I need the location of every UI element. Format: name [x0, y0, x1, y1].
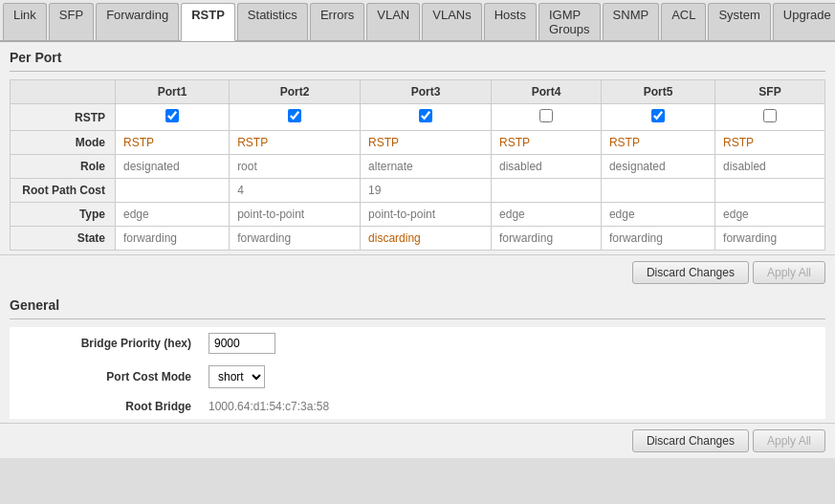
tab-statistics[interactable]: Statistics [237, 3, 308, 40]
per-port-section: Per Port Port1 Port2 Port3 Port4 Port5 S… [0, 42, 835, 254]
tab-upgrade[interactable]: Upgrade [773, 3, 835, 40]
per-port-table: Port1 Port2 Port3 Port4 Port5 SFP RSTP [10, 79, 825, 251]
type-port1: edge [116, 203, 230, 227]
apply-all-button-1[interactable]: Apply All [753, 261, 825, 284]
mode-port5: RSTP [601, 131, 714, 155]
tab-forwarding[interactable]: Forwarding [96, 3, 179, 40]
rstp-port5-cell [601, 104, 714, 131]
mode-port4: RSTP [492, 131, 602, 155]
bridge-priority-label: Bridge Priority (hex) [10, 327, 201, 360]
root-bridge-row: Root Bridge 1000.64:d1:54:c7:3a:58 [10, 394, 825, 419]
tab-errors[interactable]: Errors [310, 3, 364, 40]
col-header-port1: Port1 [116, 80, 230, 104]
type-port3: point-to-point [361, 203, 492, 227]
col-header-port3: Port3 [361, 80, 492, 104]
rstp-port4-cell [492, 104, 602, 131]
rootpathcost-sfp [715, 179, 825, 203]
table-row: Mode RSTP RSTP RSTP RSTP RSTP RSTP [11, 131, 825, 155]
tab-vlans[interactable]: VLANs [422, 3, 481, 40]
col-header-port2: Port2 [230, 80, 361, 104]
table-row: State forwarding forwarding discarding f… [11, 227, 825, 251]
rootpathcost-port3: 19 [361, 179, 492, 203]
tab-acl[interactable]: ACL [661, 3, 706, 40]
type-label: Type [11, 203, 116, 227]
bridge-priority-row: Bridge Priority (hex) [10, 327, 825, 360]
role-label: Role [11, 155, 116, 179]
rstp-port4-checkbox[interactable] [539, 109, 553, 122]
discard-changes-button-2[interactable]: Discard Changes [632, 429, 749, 452]
tab-system[interactable]: System [708, 3, 770, 40]
state-port3: discarding [361, 227, 492, 251]
col-header-sfp: SFP [715, 80, 825, 104]
mode-label: Mode [11, 131, 116, 155]
tab-hosts[interactable]: Hosts [484, 3, 537, 40]
rstp-port2-cell [230, 104, 361, 131]
role-port1: designated [116, 155, 230, 179]
rstp-port3-checkbox[interactable] [419, 109, 432, 122]
general-table: Bridge Priority (hex) Port Cost Mode sho… [10, 327, 825, 419]
type-port4: edge [492, 203, 602, 227]
role-port3: alternate [361, 155, 492, 179]
port-cost-mode-select[interactable]: short long [209, 365, 265, 388]
state-label: State [11, 227, 116, 251]
role-sfp: disabled [715, 155, 825, 179]
table-row: Root Path Cost 4 19 [11, 179, 825, 203]
role-port4: disabled [492, 155, 602, 179]
port-cost-mode-row: Port Cost Mode short long [10, 360, 825, 394]
tab-sfp[interactable]: SFP [49, 3, 94, 40]
main-content: Per Port Port1 Port2 Port3 Port4 Port5 S… [0, 42, 835, 458]
general-section: General Bridge Priority (hex) Port Cost … [0, 290, 835, 423]
general-title: General [10, 297, 825, 313]
rstp-sfp-cell [715, 104, 825, 131]
root-bridge-label: Root Bridge [10, 394, 201, 419]
type-port5: edge [601, 203, 714, 227]
type-sfp: edge [715, 203, 825, 227]
rstp-port2-checkbox[interactable] [288, 109, 301, 122]
per-port-title: Per Port [10, 50, 825, 65]
rootpathcost-port2: 4 [230, 179, 361, 203]
state-sfp: forwarding [715, 227, 825, 251]
col-header-empty [11, 80, 116, 104]
tab-bar: Link SFP Forwarding RSTP Statistics Erro… [0, 0, 835, 42]
table-row: RSTP [11, 104, 825, 131]
bridge-priority-value-cell [201, 327, 825, 360]
col-header-port4: Port4 [492, 80, 602, 104]
rstp-sfp-checkbox[interactable] [763, 109, 777, 122]
apply-all-button-2[interactable]: Apply All [753, 429, 825, 452]
mode-port1: RSTP [116, 131, 230, 155]
port-cost-mode-cell: short long [201, 360, 825, 394]
table-row: Role designated root alternate disabled … [11, 155, 825, 179]
role-port5: designated [601, 155, 714, 179]
rootpathcost-label: Root Path Cost [11, 179, 116, 203]
tab-link[interactable]: Link [3, 3, 47, 40]
tab-vlan[interactable]: VLAN [366, 3, 420, 40]
state-port5: forwarding [601, 227, 714, 251]
type-port2: point-to-point [230, 203, 361, 227]
tab-igmp-groups[interactable]: IGMP Groups [538, 3, 601, 40]
tab-rstp[interactable]: RSTP [181, 3, 235, 41]
rootpathcost-port4 [492, 179, 602, 203]
rstp-port1-checkbox[interactable] [165, 109, 179, 122]
table-row: Type edge point-to-point point-to-point … [11, 203, 825, 227]
rootpathcost-port5 [601, 179, 714, 203]
port-cost-mode-label: Port Cost Mode [10, 360, 201, 394]
mode-port2: RSTP [230, 131, 361, 155]
mode-port3: RSTP [361, 131, 492, 155]
state-port2: forwarding [230, 227, 361, 251]
tab-snmp[interactable]: SNMP [603, 3, 660, 40]
state-port1: forwarding [116, 227, 230, 251]
rstp-port5-checkbox[interactable] [651, 109, 665, 122]
per-port-action-bar: Discard Changes Apply All [0, 254, 835, 290]
rstp-port3-cell [361, 104, 492, 131]
role-port2: root [230, 155, 361, 179]
general-action-bar: Discard Changes Apply All [0, 423, 835, 458]
state-port4: forwarding [492, 227, 602, 251]
rootpathcost-port1 [116, 179, 230, 203]
root-bridge-value: 1000.64:d1:54:c7:3a:58 [201, 394, 825, 419]
col-header-port5: Port5 [601, 80, 714, 104]
bridge-priority-input[interactable] [209, 333, 275, 354]
mode-sfp: RSTP [715, 131, 825, 155]
rstp-port1-cell [116, 104, 230, 131]
rstp-label: RSTP [11, 104, 116, 131]
discard-changes-button-1[interactable]: Discard Changes [632, 261, 749, 284]
